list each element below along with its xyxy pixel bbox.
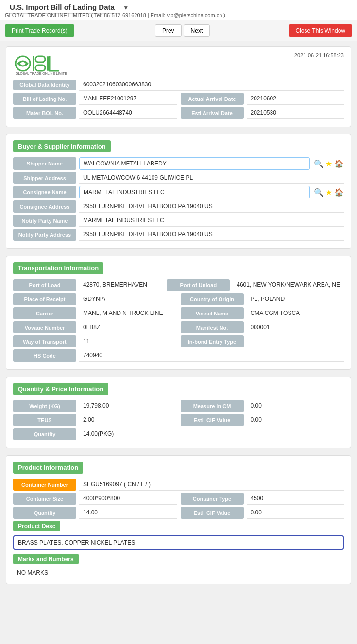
notify-name-row: Notify Party Name MARMETAL INDUSTRIES LL… (13, 215, 344, 227)
master-bol-label: Mater BOL No. (13, 107, 76, 119)
manifest-label: Manifest No. (181, 321, 244, 333)
country-origin-value: PL, POLAND (247, 293, 344, 305)
notify-name-label: Notify Party Name (13, 215, 76, 227)
esti-cif-label: Esti. CIF Value (181, 414, 244, 426)
teus-row: TEUS 2.00 Esti. CIF Value 0.00 (13, 414, 344, 426)
svg-text:GLOBAL TRADE ONLINE LIMITED: GLOBAL TRADE ONLINE LIMITED (16, 72, 67, 75)
carrier-row: Carrier MANL, M AND N TRUCK LINE Vessel … (13, 307, 344, 319)
content-area: GLOBAL TRADE ONLINE LIMITED 2021-06-21 1… (0, 41, 357, 596)
esti-cif-half: Esti. CIF Value 0.00 (181, 414, 344, 426)
qty-label: Quantity (13, 428, 76, 440)
place-receipt-row: Place of Receipt GDYNIA Country of Origi… (13, 293, 344, 305)
voyage-label: Voyage Number (13, 321, 76, 333)
port-unload-half: Port of Unload 4601, NEW YORK/NEWARK ARE… (167, 279, 344, 291)
transportation-header: Transportation Information (13, 262, 103, 274)
port-load-half: Port of Load 42870, BREMERHAVEN (13, 279, 163, 291)
product-qty-half: Quantity 14.00 (13, 507, 177, 519)
product-qty-row: Quantity 14.00 Esti. CIF Value 0.00 (13, 507, 344, 519)
container-size-label: Container Size (13, 493, 76, 505)
qty-value: 14.00(PKG) (79, 428, 344, 440)
bol-half: Bill of Lading No. MANLEEF21001297 (13, 93, 177, 105)
master-bol-row: Mater BOL No. OOLU2664448740 Esti Arriva… (13, 107, 344, 119)
product-desc-label: Product Desc (13, 521, 60, 531)
shipper-name-row: Shipper Name WALCOWNIA METALI LABEDY 🔍 ★… (13, 157, 344, 170)
header-card: GLOBAL TRADE ONLINE LIMITED 2021-06-21 1… (6, 46, 351, 127)
product-header: Product Information (13, 462, 83, 474)
way-transport-value: 11 (79, 335, 177, 347)
consignee-address-value: 2950 TURNPIKE DRIVE HATBORO PA 19040 US (79, 200, 344, 213)
place-receipt-half: Place of Receipt GDYNIA (13, 293, 177, 305)
marks-section: Marks and Numbers NO MARKS (13, 554, 344, 578)
marks-header: Marks and Numbers (13, 554, 79, 564)
page-title: U.S. Import Bill of Lading Data (5, 0, 119, 14)
teus-half: TEUS 2.00 (13, 414, 177, 426)
port-unload-value: 4601, NEW YORK/NEWARK AREA, NE (233, 279, 344, 291)
timestamp: 2021-06-21 16:58:23 (294, 52, 344, 58)
port-load-label: Port of Load (13, 279, 76, 291)
product-card: Product Information Container Number SEG… (6, 455, 351, 584)
shipper-search-icon[interactable]: 🔍 (314, 159, 323, 168)
carrier-label: Carrier (13, 307, 76, 319)
place-receipt-value: GDYNIA (79, 293, 177, 305)
buyer-supplier-card: Buyer & Supplier Information Shipper Nam… (6, 134, 351, 249)
next-button[interactable]: Next (184, 24, 210, 37)
consignee-home-icon[interactable]: 🏠 (334, 188, 344, 197)
global-data-label: Global Data Identity (13, 80, 76, 90)
prev-button[interactable]: Prev (155, 24, 182, 37)
port-unload-label: Port of Unload (167, 279, 230, 291)
svg-rect-2 (35, 56, 45, 62)
inbond-value (247, 335, 344, 347)
shipper-address-label: Shipper Address (13, 172, 76, 184)
product-qty-label: Quantity (13, 507, 76, 519)
way-transport-row: Way of Transport 11 In-bond Entry Type (13, 335, 344, 347)
voyage-value: 0LB8Z (79, 321, 177, 333)
container-size-row: Container Size 4000*900*800 Container Ty… (13, 493, 344, 505)
logo-box: GLOBAL TRADE ONLINE LIMITED (13, 52, 67, 76)
teus-value: 2.00 (79, 414, 177, 426)
product-cif-label: Esti. CIF Value (181, 507, 244, 519)
consignee-address-row: Consignee Address 2950 TURNPIKE DRIVE HA… (13, 200, 344, 213)
shipper-home-icon[interactable]: 🏠 (334, 159, 344, 168)
consignee-star-icon[interactable]: ★ (325, 188, 332, 197)
consignee-icons: 🔍 ★ 🏠 (310, 186, 344, 198)
container-number-row: Container Number SEGU5169097 ( CN / L / … (13, 479, 344, 491)
measure-value: 0.00 (247, 400, 344, 412)
consignee-name-label: Consignee Name (13, 186, 76, 198)
hs-code-value: 740940 (79, 349, 344, 362)
consignee-name-value: MARMETAL INDUSTRIES LLC (79, 186, 310, 198)
measure-half: Measure in CM 0.00 (181, 400, 344, 412)
esti-arrival-label: Esti Arrival Date (181, 107, 244, 119)
close-button[interactable]: Close This Window (289, 24, 352, 37)
container-type-label: Container Type (181, 493, 244, 505)
vessel-name-label: Vessel Name (181, 307, 244, 319)
teus-label: TEUS (13, 414, 76, 426)
hs-code-label: HS Code (13, 349, 76, 362)
svg-rect-3 (35, 65, 45, 71)
notify-address-row: Notify Party Address 2950 TURNPIKE DRIVE… (13, 229, 344, 241)
print-button[interactable]: Print Trade Record(s) (5, 24, 74, 37)
carrier-value: MANL, M AND N TRUCK LINE (79, 307, 177, 319)
weight-label: Weight (KG) (13, 400, 76, 412)
bol-row: Bill of Lading No. MANLEEF21001297 Actua… (13, 93, 344, 105)
product-cif-half: Esti. CIF Value 0.00 (181, 507, 344, 519)
inbond-half: In-bond Entry Type (181, 335, 344, 347)
buyer-supplier-header: Buyer & Supplier Information (13, 140, 111, 152)
consignee-name-row: Consignee Name MARMETAL INDUSTRIES LLC 🔍… (13, 186, 344, 198)
way-transport-label: Way of Transport (13, 335, 76, 347)
consignee-address-label: Consignee Address (13, 200, 76, 213)
dropdown-arrow[interactable]: ▼ (123, 4, 129, 11)
manifest-half: Manifest No. 000001 (181, 321, 344, 333)
vessel-name-value: CMA CGM TOSCA (247, 307, 344, 319)
weight-half: Weight (KG) 19,798.00 (13, 400, 177, 412)
container-size-value: 4000*900*800 (79, 493, 177, 505)
voyage-half: Voyage Number 0LB8Z (13, 321, 177, 333)
consignee-search-icon[interactable]: 🔍 (314, 188, 323, 197)
notify-address-label: Notify Party Address (13, 229, 76, 241)
shipper-star-icon[interactable]: ★ (325, 159, 332, 168)
svg-rect-1 (33, 56, 34, 71)
master-bol-half: Mater BOL No. OOLU2664448740 (13, 107, 177, 119)
notify-name-value: MARMETAL INDUSTRIES LLC (79, 215, 344, 227)
container-number-value: SEGU5169097 ( CN / L / ) (79, 479, 344, 491)
svg-rect-4 (47, 56, 49, 71)
nav-buttons: Prev Next (153, 24, 210, 37)
